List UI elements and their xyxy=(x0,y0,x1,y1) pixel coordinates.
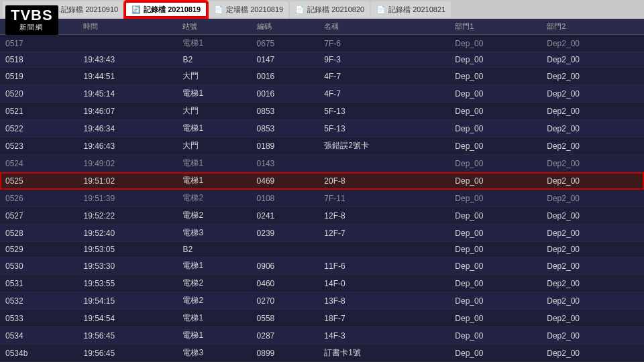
cell-code: 0147 xyxy=(252,52,319,68)
cell-code: 0675 xyxy=(252,35,319,52)
cell-dept1: Dep_00 xyxy=(449,207,541,225)
screen-area: 📄 Default.pic...記錄檔 20210910 🔄 記錄檔 20210… xyxy=(0,0,644,362)
cell-dept2: Dep2_00 xyxy=(541,275,644,292)
tab-icon: 🔄 xyxy=(131,5,141,14)
tvbs-name: TVBS xyxy=(11,8,53,23)
cell-dept1: Dep_00 xyxy=(449,155,541,172)
cell-dept2: Dep2_00 xyxy=(541,345,644,362)
cell-station: 電梯1 xyxy=(177,155,251,172)
cell-time: 19:44:51 xyxy=(78,68,177,85)
cell-id: 0532 xyxy=(0,292,78,310)
cell-id: 0531 xyxy=(0,275,78,292)
cell-time: 19:52:40 xyxy=(78,225,177,242)
cell-id: 0524 xyxy=(0,155,78,172)
cell-station: 電梯1 xyxy=(177,257,251,275)
cell-time: 19:56:45 xyxy=(78,327,177,345)
cell-station: B2 xyxy=(177,52,251,68)
cell-station: 電梯1 xyxy=(177,120,251,137)
cell-dept1: Dep_00 xyxy=(449,327,541,345)
col-dept2: 部門2 xyxy=(541,19,644,35)
cell-dept2: Dep2_00 xyxy=(541,52,644,68)
cell-dept2: Dep2_00 xyxy=(541,310,644,327)
col-time: 時間 xyxy=(78,19,177,35)
cell-id: 0526 xyxy=(0,190,78,207)
cell-dept2: Dep2_00 xyxy=(541,327,644,345)
cell-time: 19:51:39 xyxy=(78,190,177,207)
cell-station: 電梯2 xyxy=(177,190,251,207)
table-row: 0517電梯106757F-6Dep_00Dep2_00 xyxy=(0,35,644,52)
cell-dept1: Dep_00 xyxy=(449,190,541,207)
cell-dept1: Dep_00 xyxy=(449,345,541,362)
cell-station: 電梯1 xyxy=(177,35,251,52)
table-row: 053219:54:15電梯2027013F-8Dep_00Dep2_00 xyxy=(0,292,644,310)
table-row: 052519:51:02電梯1046920F-8Dep_00Dep2_00 xyxy=(0,172,644,190)
cell-time: 19:54:15 xyxy=(78,292,177,310)
cell-name: 14F-3 xyxy=(319,327,449,345)
cell-dept1: Dep_00 xyxy=(449,225,541,242)
cell-code: 0558 xyxy=(252,310,319,327)
cell-code xyxy=(252,242,319,257)
cell-name: 4F-7 xyxy=(319,68,449,85)
tab-label: 記錄檔 20210819 xyxy=(144,5,201,15)
cell-station: 電梯1 xyxy=(177,85,251,103)
cell-dept1: Dep_00 xyxy=(449,52,541,68)
cell-id: 0529 xyxy=(0,242,78,257)
cell-id: 0523 xyxy=(0,137,78,155)
cell-dept1: Dep_00 xyxy=(449,257,541,275)
cell-name: 18F-7 xyxy=(319,310,449,327)
cell-code: 0469 xyxy=(252,172,319,190)
cell-code: 0853 xyxy=(252,103,319,120)
cell-id: 0517 xyxy=(0,35,78,52)
table-row: 052019:45:14電梯100164F-7Dep_00Dep2_00 xyxy=(0,85,644,103)
cell-name: 14F-0 xyxy=(319,275,449,292)
cell-time: 19:51:02 xyxy=(78,172,177,190)
cell-code: 0241 xyxy=(252,207,319,225)
cell-dept1: Dep_00 xyxy=(449,275,541,292)
cell-code: 0189 xyxy=(252,137,319,155)
tab-icon: 📄 xyxy=(376,5,386,14)
tab-label: 定場檔 20210819 xyxy=(226,5,283,15)
cell-time: 19:46:07 xyxy=(78,103,177,120)
cell-name: 7F-11 xyxy=(319,190,449,207)
cell-time xyxy=(78,35,177,52)
table-row: 051919:44:51大門00164F-7Dep_00Dep2_00 xyxy=(0,68,644,85)
tab-fixed-0819[interactable]: 📄 定場檔 20210819 xyxy=(209,1,288,17)
tab-label: 記錄檔 20210820 xyxy=(307,5,364,15)
cell-station: 電梯3 xyxy=(177,225,251,242)
cell-dept2: Dep2_00 xyxy=(541,190,644,207)
cell-name: 12F-7 xyxy=(319,225,449,242)
table-row: 052219:46:34電梯108535F-13Dep_00Dep2_00 xyxy=(0,120,644,137)
table-row: 052419:49:02電梯10143Dep_00Dep2_00 xyxy=(0,155,644,172)
col-code: 編碼 xyxy=(252,19,319,35)
cell-time: 19:46:43 xyxy=(78,137,177,155)
table-row: 053019:53:30電梯1090611F-6Dep_00Dep2_00 xyxy=(0,257,644,275)
tab-records-0819[interactable]: 🔄 記錄檔 20210819 xyxy=(125,1,207,17)
tab-records-0820[interactable]: 📄 記錄檔 20210820 xyxy=(290,1,370,17)
cell-station: 大門 xyxy=(177,68,251,85)
cell-id: 0519 xyxy=(0,68,78,85)
cell-time: 19:52:22 xyxy=(78,207,177,225)
tab-icon: 📄 xyxy=(295,5,305,14)
cell-id: 0518 xyxy=(0,52,78,68)
cell-name: 13F-8 xyxy=(319,292,449,310)
cell-name xyxy=(319,242,449,257)
col-station: 站號 xyxy=(177,19,251,35)
table-row: 053119:53:55電梯2046014F-0Dep_00Dep2_00 xyxy=(0,275,644,292)
tvbs-logo: TVBS 新聞網 xyxy=(5,5,58,35)
cell-dept1: Dep_00 xyxy=(449,242,541,257)
cell-time: 19:45:14 xyxy=(78,85,177,103)
cell-code: 0906 xyxy=(252,257,319,275)
cell-time: 19:49:02 xyxy=(78,155,177,172)
cell-station: 電梯1 xyxy=(177,310,251,327)
table-header-row: 時間 站號 編碼 名稱 部門1 部門2 xyxy=(0,19,644,35)
cell-time: 19:56:45 xyxy=(78,345,177,362)
cell-code: 0108 xyxy=(252,190,319,207)
table-row: 051819:43:43B201479F-3Dep_00Dep2_00 xyxy=(0,52,644,68)
tab-icon: 📄 xyxy=(214,5,223,14)
table-container: 時間 站號 編碼 名稱 部門1 部門2 0517電梯106757F-6Dep_0… xyxy=(0,19,644,362)
table-row: 052719:52:22電梯2024112F-8Dep_00Dep2_00 xyxy=(0,207,644,225)
cell-code: 0016 xyxy=(252,85,319,103)
tab-records-0821[interactable]: 📄 記錄檔 20210821 xyxy=(371,1,451,17)
cell-dept1: Dep_00 xyxy=(449,35,541,52)
cell-station: 大門 xyxy=(177,103,251,120)
